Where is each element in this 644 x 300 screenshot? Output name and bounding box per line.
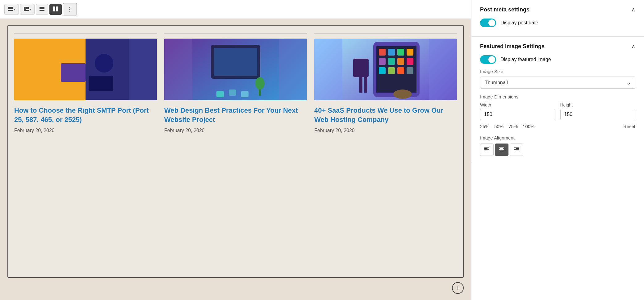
text-view-chevron: ▾ — [30, 8, 31, 11]
numbered-view-icon — [39, 6, 45, 13]
svg-rect-38 — [388, 49, 395, 56]
svg-rect-55 — [484, 148, 487, 149]
dimensions-row: Width Height — [480, 102, 635, 120]
add-button-row: + — [7, 278, 464, 294]
card-separator-3 — [314, 33, 457, 34]
text-view-icon — [23, 6, 29, 13]
svg-rect-18 — [61, 63, 86, 82]
svg-rect-51 — [359, 77, 362, 93]
height-label: Height — [560, 102, 636, 107]
svg-rect-61 — [500, 151, 503, 151]
blog-card-2: Web Design Best Practices For Your Next … — [164, 33, 307, 133]
display-featured-image-toggle[interactable] — [480, 55, 496, 64]
align-center-icon — [499, 146, 504, 153]
image-alignment-label: Image Alignment — [480, 135, 635, 140]
align-left-icon — [484, 146, 490, 153]
svg-rect-60 — [499, 149, 504, 150]
svg-rect-9 — [40, 10, 44, 11]
svg-rect-57 — [484, 151, 487, 151]
svg-point-32 — [255, 77, 265, 90]
svg-rect-5 — [26, 8, 29, 9]
svg-rect-8 — [40, 8, 44, 9]
numbered-view-button[interactable] — [36, 4, 48, 15]
featured-image-collapse-icon[interactable]: ∧ — [631, 43, 635, 50]
svg-rect-56 — [484, 149, 489, 150]
svg-rect-58 — [499, 147, 504, 148]
width-field: Width — [480, 102, 555, 120]
svg-rect-54 — [484, 147, 489, 148]
blog-grid: How to Choose the Right SMTP Port (Port … — [14, 33, 457, 133]
svg-rect-52 — [364, 77, 367, 93]
svg-rect-42 — [388, 58, 395, 65]
post-3-title[interactable]: 40+ SaaS Products We Use to Grow Our Web… — [314, 106, 457, 124]
display-post-date-toggle[interactable] — [480, 19, 496, 27]
svg-rect-40 — [407, 49, 413, 56]
post-1-title[interactable]: How to Choose the Right SMTP Port (Port … — [14, 106, 157, 124]
list-view-chevron: ▾ — [14, 8, 15, 11]
pct-50-button[interactable]: 50% — [494, 123, 504, 130]
svg-rect-64 — [514, 149, 519, 150]
left-panel: ▾ ▾ ⋮ — [0, 0, 471, 300]
svg-rect-41 — [379, 58, 386, 65]
pct-25-button[interactable]: 25% — [480, 123, 489, 130]
post-1-date: February 20, 2020 — [14, 128, 157, 133]
featured-image-title: Featured Image Settings — [480, 43, 545, 50]
percentage-row: 25% 50% 75% 100% Reset — [480, 123, 635, 130]
svg-rect-39 — [397, 49, 404, 56]
svg-rect-62 — [514, 147, 519, 148]
svg-rect-45 — [379, 67, 386, 74]
post-2-date: February 20, 2020 — [164, 128, 307, 133]
add-post-button[interactable]: + — [452, 282, 464, 294]
svg-point-53 — [393, 90, 412, 99]
content-area: How to Choose the Right SMTP Port (Port … — [0, 19, 471, 300]
svg-rect-43 — [397, 58, 404, 65]
alignment-row — [480, 144, 635, 156]
svg-rect-24 — [214, 48, 257, 76]
svg-rect-0 — [8, 7, 13, 8]
image-size-select[interactable]: Thumbnail Medium Large Full Size — [480, 77, 635, 89]
svg-rect-1 — [8, 8, 13, 9]
svg-rect-30 — [241, 91, 249, 97]
pct-75-button[interactable]: 75% — [508, 123, 518, 130]
align-center-button[interactable] — [495, 144, 508, 156]
display-post-date-row: Display post date — [480, 19, 635, 27]
svg-rect-48 — [407, 67, 413, 74]
pct-100-button[interactable]: 100% — [523, 123, 534, 130]
svg-rect-47 — [397, 67, 404, 74]
svg-rect-63 — [516, 148, 519, 149]
svg-rect-2 — [8, 10, 13, 11]
list-view-button[interactable]: ▾ — [4, 4, 19, 15]
align-right-button[interactable] — [510, 144, 523, 156]
height-input[interactable] — [560, 109, 636, 120]
grid-view-icon — [53, 6, 58, 13]
post-2-title[interactable]: Web Design Best Practices For Your Next … — [164, 106, 307, 124]
svg-rect-28 — [229, 90, 236, 96]
svg-rect-17 — [89, 76, 113, 91]
more-options-button[interactable]: ⋮ — [63, 3, 77, 15]
post-meta-section: Post meta settings ∧ Display post date — [471, 0, 644, 37]
svg-rect-13 — [56, 9, 58, 11]
align-right-icon — [514, 146, 519, 153]
svg-rect-4 — [26, 7, 29, 8]
right-panel: Post meta settings ∧ Display post date F… — [471, 0, 644, 300]
svg-rect-65 — [516, 151, 519, 151]
width-input[interactable] — [480, 109, 555, 120]
svg-point-16 — [95, 54, 113, 73]
svg-rect-10 — [53, 6, 55, 9]
toggle-slider-featured — [480, 55, 496, 64]
display-featured-image-row: Display featured image — [480, 55, 635, 64]
blog-card-image-2 — [164, 39, 307, 100]
card-separator-2 — [164, 33, 307, 34]
text-view-button[interactable]: ▾ — [20, 4, 35, 15]
align-left-button[interactable] — [480, 144, 494, 156]
list-view-icon — [8, 6, 13, 13]
post-meta-collapse-icon[interactable]: ∧ — [631, 6, 635, 13]
display-featured-image-label: Display featured image — [500, 57, 551, 62]
svg-rect-26 — [216, 91, 224, 97]
svg-rect-12 — [53, 9, 55, 11]
display-post-date-label: Display post date — [500, 20, 538, 26]
grid-view-button[interactable] — [49, 4, 62, 15]
reset-button[interactable]: Reset — [623, 124, 635, 129]
height-field: Height — [560, 102, 636, 120]
post-3-date: February 20, 2020 — [314, 128, 457, 133]
